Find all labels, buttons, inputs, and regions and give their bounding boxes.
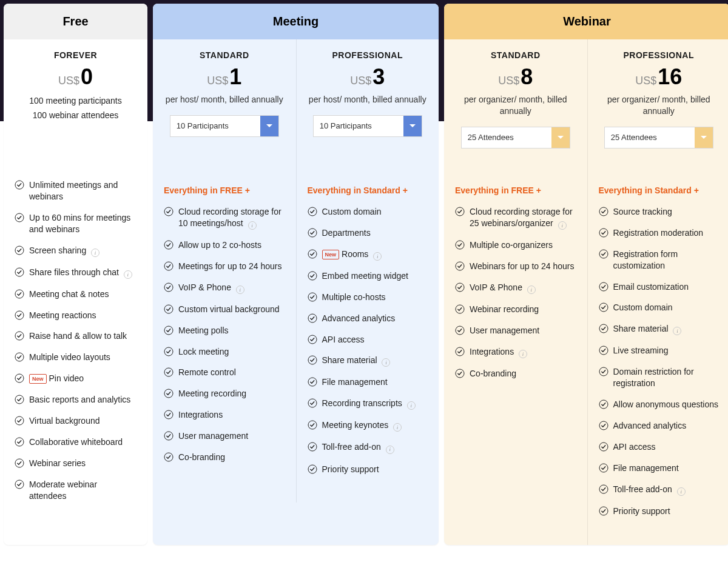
feature-item: Webinar series [15,458,136,469]
feature-item: Up to 60 mins for meetings and webinars [15,212,136,235]
check-circle-icon [599,228,608,238]
feature-text: Multiple video layouts [29,352,136,363]
info-icon[interactable]: i [527,286,536,294]
check-circle-icon [164,282,174,292]
chevron-down-icon [695,127,713,148]
check-circle-icon [308,271,317,281]
check-circle-icon [599,506,608,516]
feature-text: Virtual background [29,415,136,427]
check-circle-icon [308,249,317,259]
info-icon[interactable]: i [382,358,390,367]
feature-text: Toll-free add-on i [613,484,720,496]
plan-subline: 100 webinar attendees [12,109,139,122]
attendees-dropdown[interactable]: 25 Attendees [604,127,713,149]
feature-item: File management [308,376,428,388]
check-circle-icon [599,484,608,494]
price-sub: per organizer/ month, billed annually [596,94,722,117]
feature-item: Meeting polls [164,325,285,336]
feature-text: Multiple co-hosts [322,292,428,303]
plan-name: PROFESSIONAL [596,50,722,60]
check-circle-icon [599,442,608,452]
feature-text: Share files through chat i [29,267,136,279]
info-icon[interactable]: i [673,327,681,335]
group-meeting: Meeting STANDARD US$ 1 per host/ month, … [153,4,439,545]
feature-item: Lock meeting [164,346,285,358]
info-icon[interactable]: i [519,350,527,358]
feature-list: Source trackingRegistration moderationRe… [599,206,720,517]
feature-item: Share material i [308,355,428,367]
new-badge: New [322,250,340,259]
feature-item: Toll-free add-on i [308,441,428,453]
feature-text: Toll-free add-on i [322,441,428,453]
feature-item: NewRooms i [308,249,428,261]
price-currency: US$ [350,75,371,87]
info-icon[interactable]: i [393,423,402,432]
check-circle-icon [15,213,24,222]
check-circle-icon [599,346,608,355]
feature-text: VoIP & Phone i [470,282,576,294]
feature-intro: Everything in FREE + [164,185,285,195]
feature-item: Advanced analytics [308,313,428,324]
info-icon[interactable]: i [236,286,244,294]
info-icon[interactable]: i [248,221,257,230]
attendees-dropdown[interactable]: 25 Attendees [461,127,570,149]
check-circle-icon [308,420,317,430]
participants-dropdown[interactable]: 10 Participants [313,115,422,137]
feature-item: Priority support [308,464,428,475]
check-circle-icon [15,331,24,341]
check-circle-icon [599,463,608,473]
check-circle-icon [599,399,608,409]
info-icon[interactable]: i [91,249,99,257]
info-icon[interactable]: i [558,221,567,230]
participants-dropdown[interactable]: 10 Participants [170,115,279,137]
feature-text: Webinars for up to 24 hours [470,261,576,272]
feature-text: Source tracking [613,206,720,218]
check-circle-icon [599,249,608,259]
group-title: Webinar [444,4,728,39]
feature-text: Meetings for up to 24 hours [178,261,285,272]
feature-item: Live streaming [599,345,720,356]
check-circle-icon [308,335,317,344]
feature-text: Unlimited meetings and webinars [29,179,136,202]
check-circle-icon [599,282,608,292]
feature-text: Registration moderation [613,227,720,239]
feature-text: Integrations [178,409,285,421]
check-circle-icon [15,310,24,320]
feature-item: Priority support [599,506,720,517]
check-circle-icon [164,389,174,398]
plan-name: FOREVER [12,50,139,60]
feature-text: Allow up to 2 co-hosts [178,239,285,251]
check-circle-icon [164,410,174,419]
feature-intro: Everything in Standard + [308,185,428,195]
feature-item: Webinars for up to 24 hours [455,261,576,272]
check-circle-icon [15,416,24,426]
feature-text: Priority support [322,464,428,475]
feature-item: User management [455,325,576,336]
feature-list: Unlimited meetings and webinarsUp to 60 … [15,179,136,501]
info-icon[interactable]: i [124,270,132,279]
feature-item: API access [599,441,720,453]
feature-text: Co-branding [470,368,576,379]
info-icon[interactable]: i [407,401,416,410]
info-icon[interactable]: i [677,487,686,496]
feature-text: File management [613,463,720,474]
info-icon[interactable]: i [373,252,382,261]
feature-item: Multiple video layouts [15,352,136,363]
feature-item: Meeting chat & notes [15,289,136,300]
info-icon[interactable]: i [386,446,394,454]
feature-item: Registration form customization [599,249,720,272]
feature-text: Custom domain [613,302,720,313]
check-circle-icon [599,367,608,376]
feature-item: Meetings for up to 24 hours [164,261,285,272]
feature-text: File management [322,376,428,388]
feature-text: Share material i [322,355,428,367]
feature-text: Cloud recording storage for 10 meetings/… [178,206,285,230]
check-circle-icon [455,347,465,356]
feature-item: Recording transcripts i [308,398,428,410]
plan-name: STANDARD [453,50,579,60]
feature-item: NewPin video [15,373,136,384]
price-amount: 3 [372,66,385,88]
price-currency: US$ [498,75,519,87]
dropdown-value: 25 Attendees [462,127,551,148]
check-circle-icon [308,313,317,323]
